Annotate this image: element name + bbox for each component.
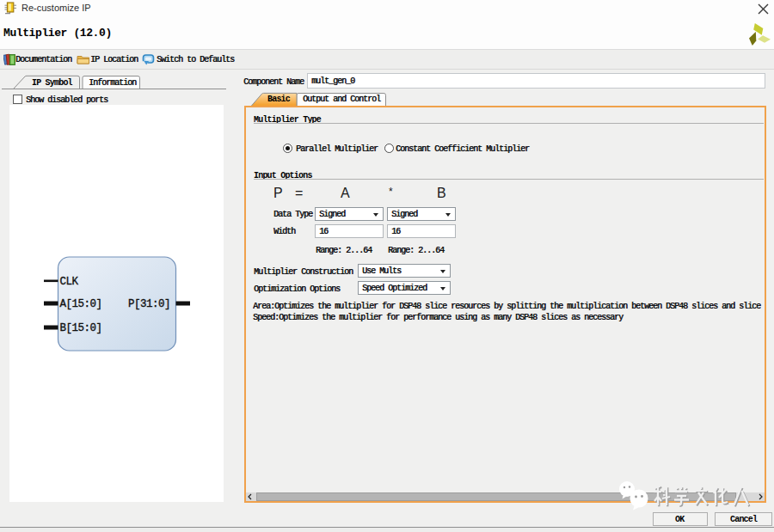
svg-text:CLK: CLK (60, 276, 79, 288)
svg-text:B[15:0]: B[15:0] (60, 322, 102, 334)
svg-text:P[31:0]: P[31:0] (128, 298, 170, 310)
svg-text:A[15:0]: A[15:0] (60, 298, 102, 310)
